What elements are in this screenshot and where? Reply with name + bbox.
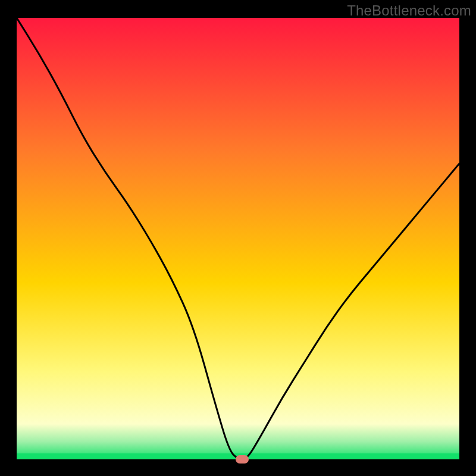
plot-area: [17, 18, 459, 459]
chart-svg: [17, 18, 459, 459]
chart-frame: TheBottleneck.com: [0, 0, 476, 476]
optimum-marker: [236, 455, 249, 464]
gradient-background: [17, 18, 459, 459]
watermark-text: TheBottleneck.com: [347, 2, 471, 19]
